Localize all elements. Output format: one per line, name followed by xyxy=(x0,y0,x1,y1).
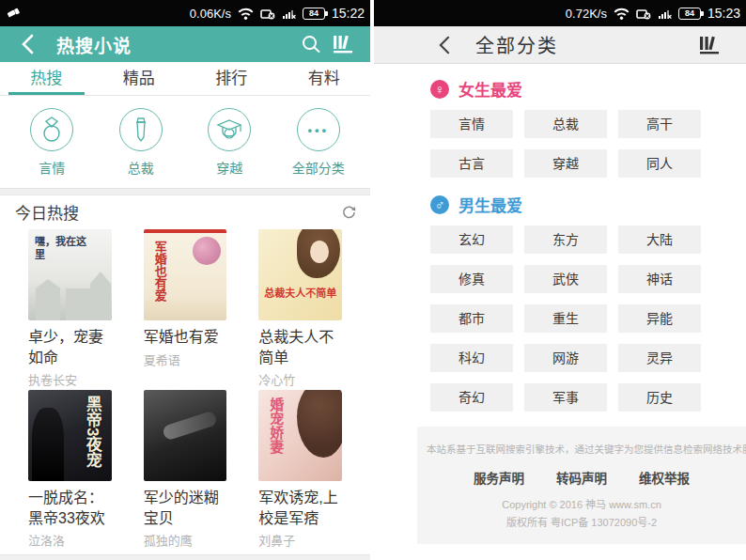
section-title: 今日热搜 xyxy=(15,200,341,224)
category-button[interactable]: 大陆 xyxy=(618,226,701,254)
footer-disclaimer: 本站系基于互联网搜索引擎技术，通过关键字为您提供信息检索网络技术服务 xyxy=(427,442,737,456)
ring-icon xyxy=(30,108,73,151)
hot-search-novel-screen: 0.06K/s 84 xyxy=(0,0,370,560)
category-button[interactable]: 同人 xyxy=(618,149,701,178)
tab-premium[interactable]: 精品 xyxy=(93,62,186,95)
category-button[interactable]: 修真 xyxy=(430,265,513,293)
battery-icon: 84 xyxy=(678,8,701,20)
book-item[interactable]: 婚宠娇妻 军欢诱宠,上校是军痞 刘鼻子 xyxy=(258,390,342,549)
category-button[interactable]: 灵异 xyxy=(618,344,701,372)
male-favorites-header: ♂ 男生最爱 xyxy=(430,193,701,216)
category-button[interactable]: 军事 xyxy=(524,383,607,412)
tab-bar: 热搜 精品 排行 有料 xyxy=(0,62,370,96)
category-button[interactable]: 历史 xyxy=(618,383,701,412)
wifi-icon xyxy=(238,8,254,20)
category-button[interactable]: 言情 xyxy=(430,110,513,138)
book-author: 执卷长安 xyxy=(28,370,112,388)
book-item[interactable]: 军少的迷糊宝贝 孤独的鹰 xyxy=(144,390,227,549)
mobile-data-off-icon xyxy=(636,8,651,20)
book-title: 军婚也有爱 xyxy=(144,327,227,348)
category-button[interactable]: 武侠 xyxy=(524,265,607,293)
category-button[interactable]: 都市 xyxy=(430,304,513,333)
category-button[interactable]: 高干 xyxy=(618,110,701,138)
category-time-travel[interactable]: 穿越 xyxy=(188,108,271,177)
book-author: 泣洛洛 xyxy=(28,531,112,549)
category-button[interactable]: 网游 xyxy=(524,344,607,372)
section-divider xyxy=(0,188,370,195)
back-icon[interactable] xyxy=(11,28,43,60)
signal-icon xyxy=(282,8,296,20)
categories-content: ♀ 女生最爱 言情总裁高干古言穿越同人 ♂ 男生最爱 玄幻东方大陆修真武侠神话都… xyxy=(374,77,746,412)
category-button[interactable]: 总裁 xyxy=(524,110,607,138)
category-ceo[interactable]: 总裁 xyxy=(100,108,182,177)
page-title: 热搜小说 xyxy=(56,32,295,57)
page-footer: 本站系基于互联网搜索引擎技术，通过关键字为您提供信息检索网络技术服务 服务声明转… xyxy=(417,427,746,544)
footer-link[interactable]: 维权举报 xyxy=(639,468,690,487)
today-hot-header: 今日热搜 xyxy=(0,195,370,227)
category-button[interactable]: 神话 xyxy=(618,265,701,293)
network-speed: 0.06K/s xyxy=(190,7,231,21)
book-author: 夏希语 xyxy=(144,350,227,368)
all-categories-screen: 0.72K/s 84 xyxy=(374,0,746,560)
book-item[interactable]: 总裁夫人不简单 总裁夫人不简单 冷心竹 xyxy=(258,229,342,388)
status-bar-left: 0.06K/s 84 xyxy=(0,0,370,26)
tab-interesting[interactable]: 有料 xyxy=(278,62,371,95)
tab-ranking[interactable]: 排行 xyxy=(185,62,278,95)
category-button[interactable]: 穿越 xyxy=(524,149,607,178)
category-button[interactable]: 东方 xyxy=(524,226,607,254)
page-header: 全部分类 xyxy=(374,26,746,64)
clock-time: 15:22 xyxy=(332,6,365,21)
book-item[interactable]: 黑帝3夜宠 一脱成名：黑帝33夜欢 泣洛洛 xyxy=(28,390,112,549)
book-item[interactable]: 军婚也有爱 军婚也有爱 夏希语 xyxy=(144,229,227,388)
book-cover: 军婚也有爱 xyxy=(144,229,227,320)
category-shortcut-row: 言情 总裁 穿越 ••• 全部分类 xyxy=(0,96,370,188)
footer-link[interactable]: 转码声明 xyxy=(556,468,607,487)
book-title: 一脱成名：黑帝33夜欢 xyxy=(28,488,112,528)
footer-icp: 版权所有 粤ICP备 13072090号-2 xyxy=(427,514,737,532)
bookshelf-icon[interactable] xyxy=(327,28,359,60)
category-romance[interactable]: 言情 xyxy=(10,108,93,177)
app-header: 热搜小说 xyxy=(0,26,370,62)
page-title: 全部分类 xyxy=(475,31,693,58)
section-divider xyxy=(0,554,370,560)
category-button[interactable]: 异能 xyxy=(618,304,701,333)
female-icon: ♀ xyxy=(430,80,449,99)
category-button[interactable]: 重生 xyxy=(524,304,607,333)
back-icon[interactable] xyxy=(428,29,460,61)
today-hot-book-grid: 嘿，我在这里 卓少，宠妻如命 执卷长安 军婚也有爱 军婚也有爱 夏希语 总裁夫人… xyxy=(0,227,370,549)
footer-links: 服务声明转码声明维权举报 xyxy=(427,468,737,487)
female-favorites-header: ♀ 女生最爱 xyxy=(430,77,701,101)
bookshelf-icon[interactable] xyxy=(693,29,725,61)
category-button[interactable]: 奇幻 xyxy=(430,383,513,412)
search-icon[interactable] xyxy=(295,28,327,60)
tab-hot-search[interactable]: 热搜 xyxy=(0,62,93,95)
category-button[interactable]: 科幻 xyxy=(430,344,513,372)
book-title: 军少的迷糊宝贝 xyxy=(144,488,227,528)
book-title: 总裁夫人不简单 xyxy=(258,327,342,367)
female-category-grid: 言情总裁高干古言穿越同人 xyxy=(430,110,701,178)
book-cover: 婚宠娇妻 xyxy=(258,390,342,481)
book-author: 刘鼻子 xyxy=(258,531,342,549)
ellipsis-icon: ••• xyxy=(297,108,340,151)
battery-icon: 84 xyxy=(303,8,325,20)
book-cover: 总裁夫人不简单 xyxy=(258,229,342,320)
footer-copyright: Copyright © 2016 神马 www.sm.cn xyxy=(427,496,737,514)
category-all[interactable]: ••• 全部分类 xyxy=(277,108,360,177)
signal-icon xyxy=(658,8,672,20)
network-speed: 0.72K/s xyxy=(566,7,607,21)
book-cover xyxy=(144,390,227,481)
refresh-icon[interactable] xyxy=(341,204,357,220)
book-cover: 黑帝3夜宠 xyxy=(28,390,112,481)
category-button[interactable]: 玄幻 xyxy=(430,226,513,254)
male-icon: ♂ xyxy=(430,195,449,214)
graduation-cap-icon xyxy=(208,108,251,151)
mobile-data-off-icon xyxy=(260,8,275,20)
section-title: 男生最爱 xyxy=(458,193,522,216)
status-bar-right: 0.72K/s 84 xyxy=(374,0,746,26)
category-button[interactable]: 古言 xyxy=(430,149,513,178)
book-item[interactable]: 嘿，我在这里 卓少，宠妻如命 执卷长安 xyxy=(28,229,112,388)
male-category-grid: 玄幻东方大陆修真武侠神话都市重生异能科幻网游灵异奇幻军事历史 xyxy=(430,226,701,412)
book-title: 军欢诱宠,上校是军痞 xyxy=(258,488,342,528)
footer-link[interactable]: 服务声明 xyxy=(474,468,524,487)
book-title: 卓少，宠妻如命 xyxy=(28,327,112,367)
